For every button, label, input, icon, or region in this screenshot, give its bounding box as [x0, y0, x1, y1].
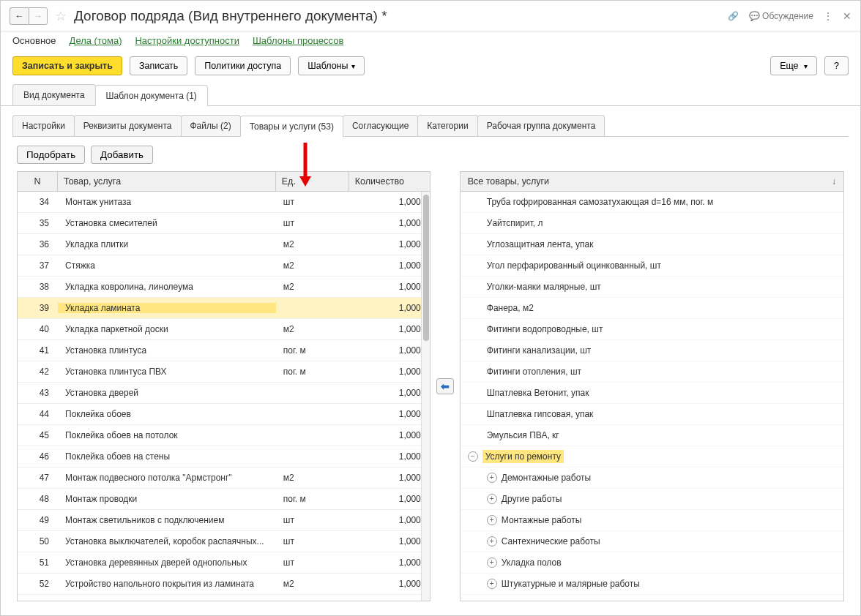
cell-n: 42: [18, 367, 58, 377]
collapse-icon[interactable]: −: [468, 451, 478, 462]
cell-unit: м2: [276, 282, 349, 292]
nav-back-button[interactable]: ←: [10, 7, 29, 25]
tab-requisites[interactable]: Реквизиты документа: [74, 115, 182, 136]
table-row[interactable]: 46Поклейка обоев на стены1,000: [18, 446, 430, 467]
table-row[interactable]: 40Укладка паркетной доским21,000: [18, 319, 430, 340]
more-button[interactable]: Еще ▾: [770, 56, 817, 75]
save-and-close-button[interactable]: Записать и закрыть: [12, 56, 122, 75]
cell-name: Установка плинтуса: [58, 345, 276, 356]
tree-item[interactable]: +Штукатурные и малярные работы: [461, 574, 843, 595]
cell-n: 52: [18, 579, 58, 589]
table-row[interactable]: 51Установка деревянных дверей однопольны…: [18, 552, 430, 574]
tree-group[interactable]: −Услуги по ремонту: [461, 446, 843, 467]
nav-access-settings[interactable]: Настройки доступности: [135, 35, 239, 46]
tree-item[interactable]: Эмульсия ПВА, кг: [461, 425, 843, 446]
table-row[interactable]: 48Монтаж проводкипог. м1,000: [18, 489, 430, 510]
table-row[interactable]: 37Стяжкам21,000: [18, 255, 430, 277]
cell-quantity: 1,000: [349, 324, 430, 334]
page-title: Договор подряда (Вид внутреннего докумен…: [74, 8, 728, 24]
cell-n: 44: [18, 409, 58, 419]
close-icon[interactable]: ✕: [843, 10, 851, 22]
tree-item[interactable]: Фанера, м2: [461, 298, 843, 319]
table-row[interactable]: 43Установка дверей1,000: [18, 383, 430, 404]
table-row[interactable]: 50Установка выключателей, коробок распая…: [18, 531, 430, 552]
cell-n: 43: [18, 388, 58, 398]
discuss-icon[interactable]: 💬 Обсуждение: [749, 11, 813, 21]
tabs-level2: Настройки Реквизиты документа Файлы (2) …: [12, 115, 849, 137]
tab-goods-services[interactable]: Товары и услуги (53): [240, 116, 343, 137]
link-icon[interactable]: 🔗: [728, 11, 739, 21]
tab-workgroup[interactable]: Рабочая группа документа: [477, 115, 605, 136]
col-name[interactable]: Товар, услуга: [58, 172, 276, 191]
tab-doc-type[interactable]: Вид документа: [12, 84, 96, 105]
tab-files[interactable]: Файлы (2): [181, 115, 241, 136]
tree-item[interactable]: Фитинги канализации, шт: [461, 340, 843, 361]
col-quantity[interactable]: Количество: [349, 172, 430, 191]
cell-quantity: 1,000: [349, 345, 430, 356]
tab-categories[interactable]: Категории: [417, 115, 477, 136]
tab-approvers[interactable]: Согласующие: [343, 115, 418, 136]
tree-item[interactable]: +Монтажные работы: [461, 510, 843, 531]
sort-arrow-icon[interactable]: ↓: [832, 176, 836, 187]
tree-item[interactable]: Фитинги отопления, шт: [461, 361, 843, 383]
expand-icon[interactable]: +: [487, 473, 497, 483]
table-row[interactable]: 47Монтаж подвесного потолка "Армстронг"м…: [18, 467, 430, 489]
tab-settings[interactable]: Настройки: [12, 115, 75, 136]
table-row[interactable]: 39Укладка ламината1,000: [18, 298, 430, 319]
tree-item[interactable]: Углозащитная лента, упак: [461, 234, 843, 255]
table-row[interactable]: 38Укладка ковролина, линолеумам21,000: [18, 277, 430, 298]
table-row[interactable]: 42Установка плинтуса ПВХпог. м1,000: [18, 361, 430, 383]
tree-item[interactable]: +Сантехнические работы: [461, 531, 843, 552]
nav-main[interactable]: Основное: [12, 35, 56, 46]
expand-icon[interactable]: +: [487, 536, 497, 546]
col-unit[interactable]: Ед.: [276, 172, 349, 191]
table-row[interactable]: 35Установка смесителейшт1,000: [18, 213, 430, 234]
table-row[interactable]: 52Устройство напольного покрытия из лами…: [18, 574, 430, 595]
tree-item[interactable]: Уголки-маяки малярные, шт: [461, 277, 843, 298]
tree-item[interactable]: Фитинги водопроводные, шт: [461, 319, 843, 340]
table-row[interactable]: 45Поклейка обоев на потолок1,000: [18, 425, 430, 446]
cell-quantity: 1,000: [349, 282, 430, 292]
cell-unit: м2: [276, 324, 349, 334]
cell-quantity: 1,000: [349, 557, 430, 568]
nav-forward-button[interactable]: →: [29, 7, 48, 25]
tree-item[interactable]: +Укладка полов: [461, 552, 843, 574]
tree-item[interactable]: Уайтспирит, л: [461, 213, 843, 234]
scrollbar[interactable]: [421, 192, 430, 601]
move-left-button[interactable]: ⬅: [436, 378, 454, 394]
tree-item[interactable]: Угол перфарированный оцинкованный, шт: [461, 255, 843, 277]
access-policies-button[interactable]: Политики доступа: [195, 56, 291, 75]
add-button[interactable]: Добавить: [91, 146, 153, 164]
top-navigation: Основное Дела (тома) Настройки доступнос…: [1, 31, 860, 53]
cell-name: Поклейка обоев: [58, 409, 276, 419]
expand-icon[interactable]: +: [487, 557, 497, 568]
expand-icon[interactable]: +: [487, 515, 497, 525]
cell-n: 36: [18, 239, 58, 249]
tree-item[interactable]: +Другие работы: [461, 489, 843, 510]
tree-item[interactable]: Шпатлевка гипсовая, упак: [461, 404, 843, 425]
pick-button[interactable]: Подобрать: [17, 146, 85, 164]
tree-item[interactable]: Шпатлевка Ветонит, упак: [461, 383, 843, 404]
table-row[interactable]: 36Укладка плитким21,000: [18, 234, 430, 255]
table-row[interactable]: 44Поклейка обоев1,000: [18, 404, 430, 425]
nav-cases[interactable]: Дела (тома): [70, 35, 122, 46]
tab-doc-template[interactable]: Шаблон документа (1): [95, 85, 208, 106]
templates-dropdown-button[interactable]: Шаблоны▾: [298, 56, 364, 75]
help-button[interactable]: ?: [824, 56, 849, 75]
save-button[interactable]: Записать: [130, 56, 187, 75]
tree-item[interactable]: Труба гофрированная самозатухающая d=16 …: [461, 192, 843, 213]
nav-process-templates[interactable]: Шаблоны процессов: [253, 35, 343, 46]
cell-unit: шт: [276, 557, 349, 568]
table-row[interactable]: 49Монтаж светильников с подключениемшт1,…: [18, 510, 430, 531]
cell-name: Поклейка обоев на стены: [58, 451, 276, 462]
expand-icon[interactable]: +: [487, 579, 497, 589]
table-row[interactable]: 41Установка плинтусапог. м1,000: [18, 340, 430, 361]
kebab-menu-icon[interactable]: ⋮: [824, 11, 832, 21]
expand-icon[interactable]: +: [487, 494, 497, 504]
cell-name: Монтаж проводки: [58, 494, 276, 504]
col-n[interactable]: N: [18, 172, 58, 191]
favorite-star-icon[interactable]: ☆: [55, 8, 67, 24]
table-row[interactable]: 34Монтаж унитазашт1,000: [18, 192, 430, 213]
cell-unit: м2: [276, 239, 349, 249]
tree-item[interactable]: +Демонтажные работы: [461, 467, 843, 489]
